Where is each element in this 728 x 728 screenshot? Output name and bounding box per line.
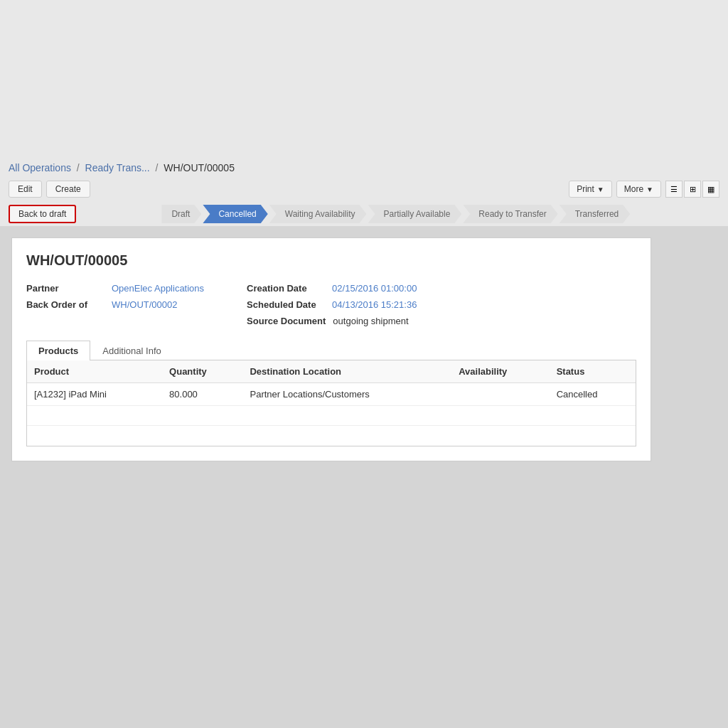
- scheduled-date-row: Scheduled Date 04/13/2016 15:21:36: [247, 299, 417, 310]
- form-fields: Partner OpenElec Applications Back Order…: [26, 283, 636, 326]
- products-table: ProductQuantityDestination LocationAvail…: [27, 360, 636, 446]
- create-button[interactable]: Create: [46, 181, 90, 198]
- view-icons: ☰ ⊞ ▦: [665, 181, 719, 198]
- cell-status: Cancelled: [550, 383, 636, 406]
- table-row[interactable]: [A1232] iPad Mini80.000Partner Locations…: [27, 383, 636, 406]
- source-doc-row: Source Document outgoing shipment: [247, 316, 417, 326]
- right-field-group: Creation Date 02/15/2016 01:00:00 Schedu…: [247, 283, 417, 326]
- form-icon: ▦: [707, 185, 714, 194]
- creation-date-label: Creation Date: [247, 283, 325, 294]
- creation-date-row: Creation Date 02/15/2016 01:00:00: [247, 283, 417, 294]
- kanban-view-button[interactable]: ⊞: [684, 181, 701, 198]
- main-content: WH/OUT/00005 Partner OpenElec Applicatio…: [0, 226, 728, 473]
- breadcrumb-current: WH/OUT/00005: [164, 162, 235, 173]
- back-order-label: Back Order of: [26, 299, 105, 310]
- back-order-value[interactable]: WH/OUT/00002: [112, 299, 177, 310]
- status-step-draft[interactable]: Draft: [161, 205, 201, 223]
- cell-availability: [451, 383, 549, 406]
- breadcrumb: All Operations / Ready Trans... / WH/OUT…: [0, 156, 728, 176]
- column-availability: Availability: [451, 360, 549, 383]
- column-product: Product: [27, 360, 162, 383]
- back-to-draft-button[interactable]: Back to draft: [9, 205, 76, 223]
- edit-button[interactable]: Edit: [9, 181, 42, 198]
- partner-label: Partner: [26, 283, 105, 294]
- main-toolbar: Edit Create Print ▼ More ▼ ☰ ⊞ ▦: [0, 176, 728, 202]
- top-navigation-placeholder: [0, 0, 728, 156]
- breadcrumb-sep2: /: [156, 162, 159, 173]
- list-icon: ☰: [670, 185, 678, 194]
- breadcrumb-all-operations[interactable]: All Operations: [9, 162, 71, 173]
- partner-row: Partner OpenElec Applications: [26, 283, 204, 294]
- scheduled-date-label: Scheduled Date: [247, 299, 325, 310]
- more-button[interactable]: More ▼: [616, 181, 661, 198]
- status-step-transferred[interactable]: Transferred: [560, 205, 631, 223]
- empty-row: [27, 426, 636, 446]
- form-title: WH/OUT/00005: [26, 252, 636, 269]
- action-toolbar: Back to draft DraftCancelledWaiting Avai…: [0, 202, 728, 226]
- more-label: More: [624, 184, 643, 194]
- kanban-icon: ⊞: [690, 185, 696, 194]
- status-step-partially-available[interactable]: Partially Available: [368, 205, 461, 223]
- empty-row: [27, 406, 636, 426]
- tab-products[interactable]: Products: [26, 341, 90, 360]
- scheduled-date-value[interactable]: 04/13/2016 15:21:36: [332, 299, 417, 310]
- tabs: ProductsAdditional Info: [26, 341, 636, 360]
- left-field-group: Partner OpenElec Applications Back Order…: [26, 283, 204, 326]
- status-step-cancelled[interactable]: Cancelled: [203, 205, 267, 223]
- status-step-waiting-availability[interactable]: Waiting Availability: [269, 205, 367, 223]
- more-caret-icon: ▼: [646, 186, 653, 193]
- form-card: WH/OUT/00005 Partner OpenElec Applicatio…: [11, 237, 651, 461]
- source-doc-value: outgoing shipment: [333, 316, 408, 326]
- cell-product: [A1232] iPad Mini: [27, 383, 162, 406]
- print-button[interactable]: Print ▼: [569, 181, 612, 198]
- column-quantity: Quantity: [162, 360, 242, 383]
- column-destination-location: Destination Location: [242, 360, 451, 383]
- status-step-ready-to-transfer[interactable]: Ready to Transfer: [463, 205, 557, 223]
- column-status: Status: [550, 360, 636, 383]
- list-view-button[interactable]: ☰: [665, 181, 682, 198]
- form-view-button[interactable]: ▦: [702, 181, 719, 198]
- breadcrumb-sep1: /: [77, 162, 80, 173]
- print-caret-icon: ▼: [597, 186, 604, 193]
- status-bar: DraftCancelledWaiting AvailabilityPartia…: [161, 205, 631, 223]
- cell-quantity: 80.000: [162, 383, 242, 406]
- partner-value[interactable]: OpenElec Applications: [112, 283, 204, 294]
- cell-destination: Partner Locations/Customers: [242, 383, 451, 406]
- back-order-row: Back Order of WH/OUT/00002: [26, 299, 204, 310]
- tab-content: ProductQuantityDestination LocationAvail…: [26, 360, 636, 446]
- creation-date-value[interactable]: 02/15/2016 01:00:00: [332, 283, 417, 294]
- source-doc-label: Source Document: [247, 316, 326, 326]
- tab-additional-info[interactable]: Additional Info: [90, 341, 173, 360]
- print-label: Print: [577, 184, 594, 194]
- breadcrumb-ready-trans[interactable]: Ready Trans...: [85, 162, 150, 173]
